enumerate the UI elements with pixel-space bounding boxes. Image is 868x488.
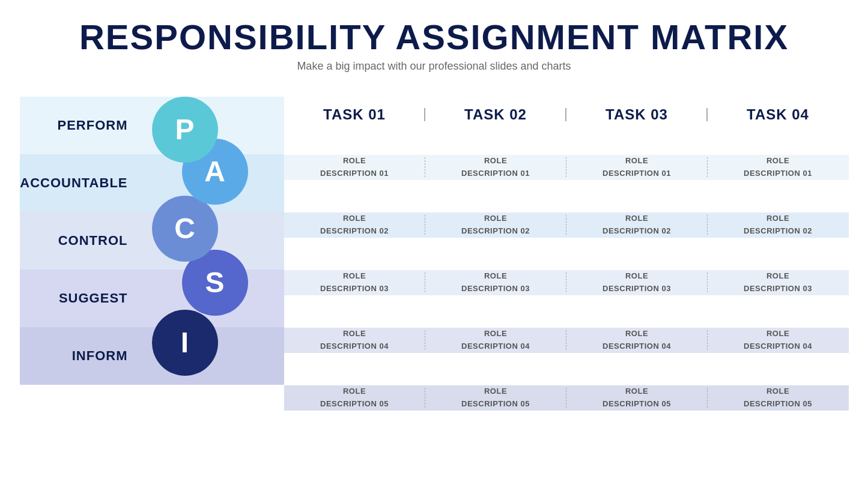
task-header-4: TASK 04	[708, 106, 849, 123]
cell-r3-t2: ROLEDESCRIPTION 03	[425, 270, 566, 295]
cell-r4-t2: ROLEDESCRIPTION 04	[425, 328, 566, 353]
circles-overlay: P A C S I	[146, 97, 284, 385]
task-header-3: TASK 03	[566, 106, 708, 123]
cell-r5-t1: ROLEDESCRIPTION 05	[284, 385, 425, 411]
cell-r2-t1: ROLEDESCRIPTION 02	[284, 212, 425, 238]
data-row-2: ROLEDESCRIPTION 02 ROLEDESCRIPTION 02 RO…	[284, 196, 849, 254]
cell-r2-t2: ROLEDESCRIPTION 02	[425, 212, 566, 238]
page-title: RESPONSIBILITY ASSIGNMENT MATRIX	[79, 18, 789, 56]
circle-a-letter: A	[204, 155, 225, 188]
data-row-3: ROLEDESCRIPTION 03 ROLEDESCRIPTION 03 RO…	[284, 254, 849, 312]
cell-r5-t4: ROLEDESCRIPTION 05	[708, 385, 849, 411]
data-row-4: ROLEDESCRIPTION 04 ROLEDESCRIPTION 04 RO…	[284, 312, 849, 369]
cell-r4-t1: ROLEDESCRIPTION 04	[284, 328, 425, 353]
cell-r1-t4: ROLEDESCRIPTION 01	[708, 155, 849, 180]
task-header-2: TASK 02	[425, 106, 566, 123]
cell-r2-t4: ROLEDESCRIPTION 02	[708, 212, 849, 238]
row-label-perform: PERFORM	[20, 118, 140, 133]
row-label-inform: INFORM	[20, 348, 140, 364]
cell-r3-t3: ROLEDESCRIPTION 03	[566, 270, 708, 295]
page-subtitle: Make a big impact with our professional …	[79, 60, 789, 73]
right-panel: TASK 01 TASK 02 TASK 03 TASK 04 ROLEDESC…	[284, 97, 849, 427]
cell-r5-t3: ROLEDESCRIPTION 05	[566, 385, 708, 411]
cell-r1-t1: ROLEDESCRIPTION 01	[284, 155, 425, 180]
task-headers: TASK 01 TASK 02 TASK 03 TASK 04	[284, 97, 849, 139]
circle-c: C	[152, 196, 218, 262]
data-rows: ROLEDESCRIPTION 01 ROLEDESCRIPTION 01 RO…	[284, 139, 849, 427]
task-header-1: TASK 01	[284, 106, 425, 123]
matrix-container: PERFORM ACCOUNTABLE CONTROL SUGGEST INFO…	[20, 97, 849, 427]
circle-c-letter: C	[174, 212, 195, 245]
page-header: RESPONSIBILITY ASSIGNMENT MATRIX Make a …	[79, 18, 789, 73]
circle-i: I	[152, 310, 218, 376]
cell-r4-t4: ROLEDESCRIPTION 04	[708, 328, 849, 353]
left-panel: PERFORM ACCOUNTABLE CONTROL SUGGEST INFO…	[20, 97, 284, 427]
data-row-5: ROLEDESCRIPTION 05 ROLEDESCRIPTION 05 RO…	[284, 369, 849, 427]
cell-r3-t1: ROLEDESCRIPTION 03	[284, 270, 425, 295]
cell-r2-t3: ROLEDESCRIPTION 02	[566, 212, 708, 238]
row-label-suggest: SUGGEST	[20, 291, 140, 306]
row-label-accountable: ACCOUNTABLE	[20, 175, 140, 191]
cell-r3-t4: ROLEDESCRIPTION 03	[708, 270, 849, 295]
circle-p: P	[152, 97, 218, 163]
cell-r1-t3: ROLEDESCRIPTION 01	[566, 155, 708, 180]
circle-s-letter: S	[205, 266, 224, 299]
cell-r4-t3: ROLEDESCRIPTION 04	[566, 328, 708, 353]
circle-p-letter: P	[175, 113, 194, 146]
cell-r5-t2: ROLEDESCRIPTION 05	[425, 385, 566, 411]
cell-r1-t2: ROLEDESCRIPTION 01	[425, 155, 566, 180]
data-row-1: ROLEDESCRIPTION 01 ROLEDESCRIPTION 01 RO…	[284, 139, 849, 196]
circle-i-letter: I	[181, 326, 189, 359]
row-label-control: CONTROL	[20, 233, 140, 249]
